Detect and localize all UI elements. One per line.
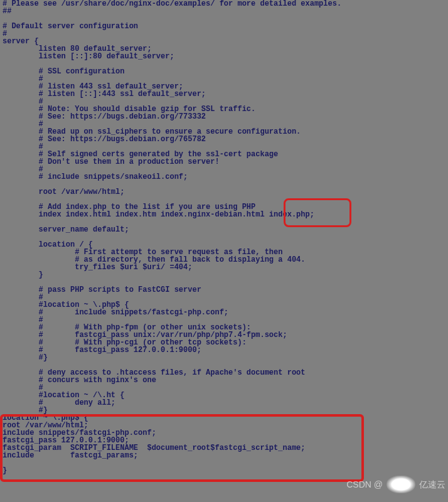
watermark: CSDN @ 亿速云	[346, 476, 445, 493]
highlight-php-location-block	[0, 414, 364, 482]
config-file-editor[interactable]: # Please see /usr/share/doc/nginx-doc/ex…	[0, 0, 448, 474]
config-text[interactable]: # Please see /usr/share/doc/nginx-doc/ex…	[3, 0, 341, 475]
watermark-csdn-text: CSDN @	[346, 480, 383, 489]
watermark-brand-text: 亿速云	[419, 480, 445, 489]
highlight-index-php	[284, 198, 351, 227]
cloud-icon	[387, 476, 415, 493]
